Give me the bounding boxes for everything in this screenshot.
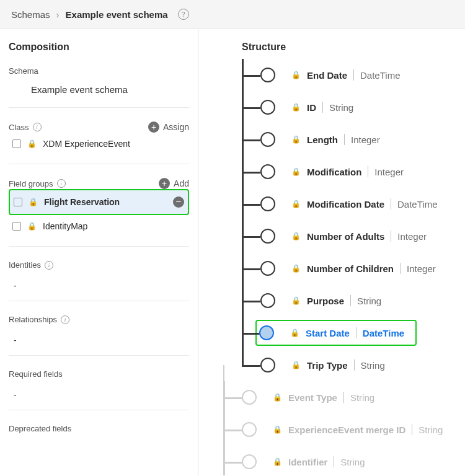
node-circle-icon: [260, 100, 275, 115]
node-circle-icon: [260, 229, 275, 244]
node-circle-icon: [260, 358, 275, 372]
tree-node[interactable]: 🔒 ID String: [260, 91, 465, 123]
structure-title: Structure: [242, 42, 465, 53]
schema-tree: 🔒 End Date DateTime 🔒 ID String 🔒: [260, 59, 465, 475]
composition-panel: Composition Schema Example event schema …: [0, 29, 198, 475]
identities-value: -: [9, 270, 189, 301]
structure-panel: Structure 🔒 End Date DateTime 🔒 ID Strin…: [198, 29, 465, 475]
info-icon[interactable]: i: [33, 123, 42, 131]
composition-title: Composition: [9, 42, 189, 53]
tree-node[interactable]: 🔒 Number of Children Integer: [260, 252, 465, 284]
tree-node-dim[interactable]: 🔒 Identifier String: [242, 446, 465, 475]
required-fields-value: -: [9, 379, 189, 410]
node-circle-icon: [242, 390, 257, 405]
tree-node[interactable]: 🔒 Trip Type String: [260, 349, 465, 381]
lock-icon: 🔒: [273, 457, 282, 466]
chevron-right-icon: ›: [56, 9, 60, 20]
node-circle-icon: [242, 422, 257, 437]
lock-icon: 🔒: [291, 103, 301, 112]
tree-node[interactable]: 🔒 Modification Integer: [260, 156, 465, 188]
relationships-value: -: [9, 324, 189, 356]
node-circle-icon: [259, 325, 274, 340]
relationships-section-label: Relationships i: [9, 315, 189, 324]
required-fields-section-label: Required fields: [9, 369, 189, 379]
field-group-item-flight-reservation[interactable]: 🔒 Flight Reservation −: [9, 189, 189, 215]
tree-node-dim[interactable]: 🔒 ExperienceEvent merge ID String: [242, 413, 465, 446]
tree-node[interactable]: 🔒 Number of Adults Integer: [260, 220, 465, 252]
lock-icon: 🔒: [29, 198, 38, 206]
identities-section-label: Identities i: [9, 260, 189, 270]
breadcrumb-current: Example event schema: [66, 9, 168, 20]
lock-icon: 🔒: [273, 425, 282, 434]
lock-icon: 🔒: [291, 264, 301, 273]
tree-node-start-date[interactable]: 🔒 Start Date DateTime: [260, 317, 465, 349]
class-section-label: Class i: [9, 123, 42, 132]
node-circle-icon: [260, 196, 275, 211]
checkbox[interactable]: [12, 222, 21, 231]
deprecated-fields-section-label: Deprecated fields: [9, 424, 189, 433]
node-circle-icon: [260, 261, 275, 276]
assign-button[interactable]: + Assign: [148, 121, 189, 133]
field-group-label: Flight Reservation: [44, 197, 167, 207]
lock-icon: 🔒: [27, 222, 37, 231]
help-icon[interactable]: ?: [178, 9, 189, 20]
field-groups-section-label: Field groups i: [9, 179, 66, 188]
remove-icon[interactable]: −: [173, 196, 184, 208]
info-icon[interactable]: i: [45, 261, 53, 270]
checkbox[interactable]: [12, 139, 21, 148]
tree-node[interactable]: 🔒 Modification Date DateTime: [260, 188, 465, 220]
lock-icon: 🔒: [291, 296, 301, 305]
plus-icon: +: [148, 121, 159, 133]
node-circle-icon: [260, 68, 275, 82]
info-icon[interactable]: i: [57, 179, 66, 188]
lock-icon: 🔒: [27, 139, 37, 148]
lock-icon: 🔒: [291, 232, 301, 240]
schema-name[interactable]: Example event schema: [9, 76, 189, 108]
node-circle-icon: [260, 293, 275, 308]
lock-icon: 🔒: [291, 135, 301, 144]
lock-icon: 🔒: [290, 328, 299, 337]
class-item-label: XDM ExperienceEvent: [43, 139, 185, 149]
lock-icon: 🔒: [291, 167, 301, 176]
tree-node[interactable]: 🔒 Purpose String: [260, 284, 465, 317]
plus-icon: +: [159, 178, 170, 189]
lock-icon: 🔒: [291, 361, 301, 369]
tree-node-dim[interactable]: 🔒 Event Type String: [242, 381, 465, 413]
node-circle-icon: [260, 164, 275, 179]
lock-icon: 🔒: [291, 200, 301, 208]
lock-icon: 🔒: [273, 393, 282, 402]
tree-node[interactable]: 🔒 End Date DateTime: [260, 59, 465, 91]
class-item[interactable]: 🔒 XDM ExperienceEvent: [9, 133, 189, 155]
node-circle-icon: [242, 454, 257, 469]
info-icon[interactable]: i: [61, 315, 69, 324]
tree-node[interactable]: 🔒 Length Integer: [260, 123, 465, 156]
breadcrumb-root[interactable]: Schemas: [11, 9, 50, 20]
breadcrumb: Schemas › Example event schema ?: [0, 0, 465, 29]
field-group-item-identitymap[interactable]: 🔒 IdentityMap: [9, 215, 189, 237]
field-group-label: IdentityMap: [43, 221, 185, 231]
checkbox[interactable]: [14, 198, 22, 206]
lock-icon: 🔒: [291, 71, 301, 79]
node-circle-icon: [260, 132, 275, 147]
schema-section-label: Schema: [9, 66, 189, 76]
add-button[interactable]: + Add: [159, 178, 189, 189]
